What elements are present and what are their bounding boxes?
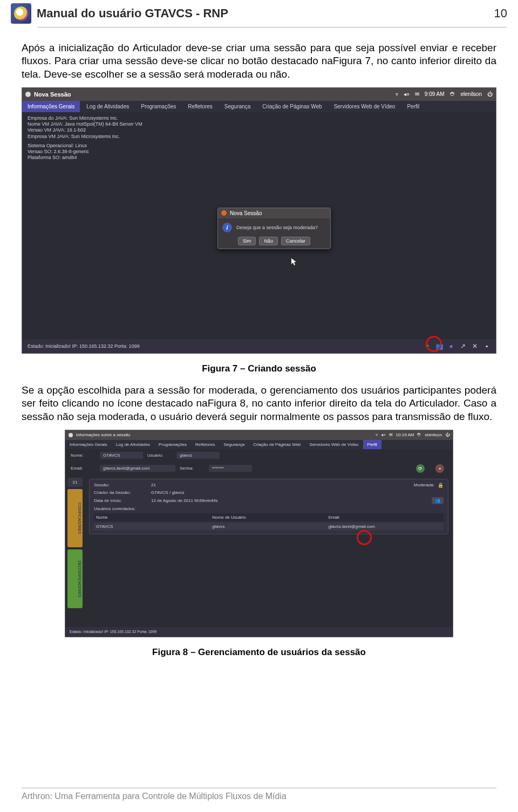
tab-seguranca[interactable]: Segurança xyxy=(219,440,249,449)
clock-text: 10:19 AM xyxy=(396,432,414,437)
lock-icon: 🔒 xyxy=(438,483,444,488)
tab-log-atividades[interactable]: Log de Atividades xyxy=(112,440,154,449)
window-control-icon[interactable] xyxy=(25,92,31,97)
window-titlebar: Nova Sessão ▿ ◂» ✉ 9:09 AM ⛑ elenilson ⏻ xyxy=(22,88,496,101)
tab-servidores-video[interactable]: Servidores Web de Vídeo xyxy=(305,440,363,449)
username-text: elenilson xyxy=(461,91,482,97)
user-manage-button[interactable]: 👥 xyxy=(432,497,444,504)
moderada-label: Moderada: xyxy=(414,483,434,487)
cell-nome: GTAVCS xyxy=(96,524,209,529)
table-row[interactable]: GTAVCS gtavcs gtavcs.lavid@gmail.com xyxy=(94,522,444,531)
dialog-titlebar: Nova Sessão xyxy=(218,208,330,218)
cursor-icon xyxy=(291,258,297,266)
sessao-value: 21 xyxy=(151,483,156,487)
col-email: Email xyxy=(329,515,441,520)
data-value: 12 de Agosto de 2011 9h39min49s xyxy=(151,498,218,503)
mail-icon: ✉ xyxy=(389,432,393,437)
dialog-title-text: Nova Sessão xyxy=(230,210,262,216)
session-id-chip[interactable]: 21 xyxy=(67,478,83,487)
stop-icon[interactable]: ▪ xyxy=(483,342,490,350)
cell-email: gtavcs.lavid@gmail.com xyxy=(329,524,441,529)
tab-criacao-paginas[interactable]: Criação de Páginas Web xyxy=(249,440,305,449)
tab-informacoes-gerais[interactable]: Informações Gerais xyxy=(22,101,80,112)
tab-perfil[interactable]: Perfil xyxy=(363,440,381,449)
circle-icon[interactable]: ● xyxy=(447,342,455,350)
window-control-icon[interactable] xyxy=(69,433,73,437)
col-nome: Nome xyxy=(96,515,209,520)
doc-title: Manual do usuário GTAVCS - RNP xyxy=(37,6,494,20)
page-header: Manual do usuário GTAVCS - RNP 10 xyxy=(0,0,518,25)
tabs-bar: Informações Gerais Log de Atividades Pro… xyxy=(65,440,453,449)
info-line: Versao SO: 2.6.38-8-generic xyxy=(28,149,490,155)
criador-label: Criador da Sessão: xyxy=(94,490,148,495)
cancelar-button[interactable]: Cancelar xyxy=(281,237,310,245)
sessao-label: Sessão: xyxy=(94,483,148,487)
criador-value: GTAVCS / gtavcs xyxy=(151,490,185,495)
status-text: Estado: Inicializado! IP: 150.165.132.32… xyxy=(70,630,157,634)
paragraph-1: Após a inicialização do Articulador deve… xyxy=(22,42,496,81)
codificadores-tab[interactable]: CODIFICADORES xyxy=(67,489,83,548)
figure-7-caption: Figura 7 – Criando sessão xyxy=(22,363,496,374)
screenshot-figura-7: Nova Sessão ▿ ◂» ✉ 9:09 AM ⛑ elenilson ⏻… xyxy=(22,87,496,354)
window-titlebar: Informações sobre a sessão ▿ ◂» ✉ 10:19 … xyxy=(65,430,453,440)
page-footer: Arthron: Uma Ferramenta para Controle de… xyxy=(22,788,496,801)
action-button[interactable]: ▪ xyxy=(435,464,444,473)
wifi-icon: ▿ xyxy=(376,432,378,437)
volume-icon: ◂» xyxy=(404,91,410,97)
screenshot-figura-8: Informações sobre a sessão ▿ ◂» ✉ 10:19 … xyxy=(65,430,453,637)
email-label: Email: xyxy=(71,466,96,471)
window-title: Nova Sessão xyxy=(34,91,392,98)
usuarios-label: Usuários conectados: xyxy=(94,506,148,511)
dialog-question: Deseja que a sessão seja moderada? xyxy=(236,225,318,230)
tab-seguranca[interactable]: Segurança xyxy=(219,101,256,112)
left-vertical-tabs: 21 CODIFICADORES DECODIFICADORES xyxy=(65,476,85,610)
expand-icon[interactable]: ↗ xyxy=(459,342,467,350)
svg-marker-0 xyxy=(291,258,296,265)
cell-usuario: gtavcs xyxy=(212,524,325,529)
info-line: Nome VM JAVA: Java HotSpot(TM) 64-Bit Se… xyxy=(28,121,490,127)
table-header-row: Nome Nome de Usuário Email xyxy=(94,513,444,521)
close-session-icon[interactable]: ✕ xyxy=(471,342,479,350)
highlight-circle-icon xyxy=(426,336,442,352)
tab-refletores[interactable]: Refletores xyxy=(191,440,219,449)
senha-value: ******* xyxy=(209,465,252,472)
col-usuario: Nome de Usuário xyxy=(212,515,325,520)
figure-8-caption: Figura 8 – Gerenciamento de usuários da … xyxy=(22,647,496,658)
status-bar: Estado: Inicializado! IP: 150.165.132.32… xyxy=(22,339,496,353)
paragraph-2: Se a opção escolhida para a sessão for m… xyxy=(22,384,496,423)
tab-informacoes-gerais[interactable]: Informações Gerais xyxy=(65,440,112,449)
volume-icon: ◂» xyxy=(381,432,385,437)
tab-perfil[interactable]: Perfil xyxy=(401,101,425,112)
close-icon[interactable] xyxy=(221,210,227,216)
power-icon[interactable]: ⏻ xyxy=(487,91,493,97)
info-icon: i xyxy=(222,223,232,232)
decodificadores-tab[interactable]: DECODIFICADORES xyxy=(67,549,83,608)
username-text: elenilson xyxy=(425,432,442,437)
tabs-bar: Informações Gerais Log de Atividades Pro… xyxy=(22,101,496,112)
tab-servidores-video[interactable]: Servidores Web de Vídeo xyxy=(329,101,401,112)
logo-icon xyxy=(11,3,31,24)
info-line: Empresa do JAVA: Sun Microsystems Inc. xyxy=(28,115,490,121)
window-title: Informações sobre a sessão xyxy=(76,432,372,437)
clock-text: 9:09 AM xyxy=(425,91,445,97)
user-icon: ⛑ xyxy=(450,91,455,97)
nao-button[interactable]: Não xyxy=(259,237,278,245)
tab-criacao-paginas[interactable]: Criação de Páginas Web xyxy=(257,101,327,112)
nome-value: GTAVCS xyxy=(100,452,143,459)
user-icon: ⛑ xyxy=(417,432,421,437)
dialog-nova-sessao: Nova Sessão i Deseja que a sessão seja m… xyxy=(217,208,331,249)
sim-button[interactable]: Sim xyxy=(238,237,256,245)
info-line: Plataforma SO: amd64 xyxy=(28,155,490,161)
tab-refletores[interactable]: Refletores xyxy=(182,101,218,112)
wifi-icon: ▿ xyxy=(396,91,398,97)
refresh-button[interactable]: ⟳ xyxy=(416,464,425,473)
tab-programacoes[interactable]: Programações xyxy=(135,101,181,112)
tab-programacoes[interactable]: Programações xyxy=(154,440,191,449)
users-table: Nome Nome de Usuário Email GTAVCS gtavcs… xyxy=(94,513,444,531)
session-panel: Sessão: 21 Moderada: 🔒 Criador da Sessão… xyxy=(89,479,448,534)
power-icon[interactable]: ⏻ xyxy=(445,432,449,437)
highlight-circle-icon xyxy=(357,530,372,545)
usuario-value: gtavcs xyxy=(176,452,220,459)
email-value: gtavcs.lavid@gmail.com xyxy=(100,465,175,472)
tab-log-atividades[interactable]: Log de Atividades xyxy=(81,101,134,112)
